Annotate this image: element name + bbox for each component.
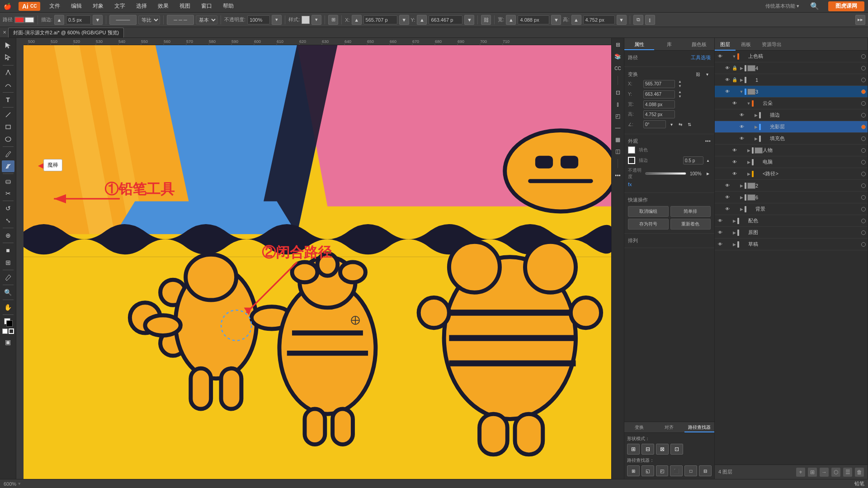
zoom-control[interactable]: 600% ▾ [4, 481, 21, 487]
rect-tool[interactable] [2, 121, 14, 133]
layer-lock[interactable] [724, 217, 731, 225]
direct-select-tool[interactable] [2, 52, 14, 64]
unite-btn[interactable]: ⊞ [627, 444, 640, 455]
stroke-color-btn[interactable] [14, 17, 24, 23]
layer-row[interactable]: 👁▶填充色 [715, 133, 868, 145]
angle-value-rp[interactable] [643, 120, 666, 128]
appearance-icon[interactable]: ◫ [613, 146, 623, 156]
menu-object[interactable]: 对象 [91, 1, 105, 11]
simplify-btn[interactable]: 简单排 [670, 206, 711, 217]
h-value-rp[interactable] [643, 110, 675, 118]
layer-row[interactable]: 👁▼云朵 [715, 98, 868, 109]
tab-assets[interactable]: 资源导出 [756, 38, 787, 51]
layer-eye[interactable]: 👁 [724, 65, 731, 72]
layer-eye[interactable]: 👁 [731, 100, 738, 107]
w-down-btn[interactable]: ▼ [551, 15, 561, 25]
x-up[interactable]: ▲ [678, 80, 682, 84]
minus-front-btn[interactable]: ⊟ [642, 444, 654, 455]
pencil-tool[interactable] [2, 160, 14, 172]
layer-row[interactable]: 👁▶描边 [715, 109, 868, 121]
y-down-btn[interactable]: ▼ [464, 15, 474, 25]
ungroup-btn[interactable]: 取消编组 [628, 206, 669, 217]
layer-row[interactable]: 👁▶光影层 [715, 121, 868, 133]
layer-expand[interactable]: ▶ [745, 159, 752, 165]
h-down-btn[interactable]: ▼ [617, 15, 627, 25]
appearance-more-icon[interactable]: ••• [705, 138, 711, 145]
stroke-up-btn[interactable]: ▲ [54, 15, 64, 25]
transform-options-btn[interactable]: ▾ [703, 70, 711, 78]
h-up-btn[interactable]: ▲ [571, 15, 581, 25]
layer-expand[interactable]: ▼ [745, 100, 752, 107]
scissors-tool[interactable]: ✂ [2, 188, 14, 199]
layer-row[interactable]: 👁▶草稿 [715, 239, 868, 250]
more-options-icon[interactable]: ••• [613, 171, 623, 181]
change-screen-mode[interactable]: ▣ [2, 336, 14, 348]
layer-eye[interactable]: 👁 [717, 53, 724, 60]
stroke-value-input[interactable] [66, 15, 91, 24]
stroke-dash-btn[interactable]: ─ ─ ─ [167, 15, 194, 25]
x-value-rp[interactable] [643, 80, 675, 88]
exclude-btn[interactable]: ⊡ [670, 444, 683, 455]
layer-lock[interactable] [745, 112, 753, 119]
stroke-swatch[interactable] [628, 157, 635, 164]
menu-help[interactable]: 帮助 [221, 1, 236, 11]
y-up[interactable]: ▲ [678, 90, 682, 94]
gradient-panel-icon[interactable]: ▦ [613, 135, 623, 145]
layer-expand[interactable]: ▶ [738, 65, 745, 71]
layer-eye[interactable]: 👁 [717, 241, 724, 248]
outline-btn[interactable]: □ [684, 465, 697, 476]
layer-row[interactable]: 👁▶背景 [715, 203, 868, 215]
layer-expand[interactable]: ▶ [753, 112, 759, 118]
h-input[interactable] [583, 15, 615, 24]
tab-color-board[interactable]: 颜色板 [684, 38, 714, 50]
stroke-indicator[interactable] [9, 328, 14, 334]
tab-library[interactable]: 库 [654, 38, 684, 50]
menu-view[interactable]: 视图 [178, 1, 192, 11]
layer-eye[interactable]: 👁 [724, 88, 731, 95]
x-up-btn[interactable]: ▲ [352, 15, 362, 25]
menu-window[interactable]: 窗口 [199, 1, 214, 11]
layer-expand[interactable]: ▶ [731, 241, 737, 248]
layer-eye[interactable]: 👁 [738, 123, 745, 131]
align-btn[interactable]: ⫿ [645, 15, 655, 25]
select-tool[interactable] [2, 40, 14, 52]
fx-label[interactable]: fx [628, 182, 632, 187]
layer-eye[interactable]: 👁 [724, 206, 731, 213]
pathfinder-icon[interactable]: ◰ [613, 111, 623, 121]
layer-eye[interactable]: 👁 [724, 194, 731, 201]
x-input[interactable] [363, 15, 397, 24]
layer-eye[interactable]: 👁 [717, 217, 724, 225]
pen-tool[interactable] [2, 67, 14, 79]
layer-lock[interactable] [724, 229, 731, 236]
layer-lock[interactable] [731, 182, 738, 189]
layer-expand[interactable]: ▶ [753, 136, 759, 142]
paintbrush-tool[interactable] [2, 148, 14, 160]
tab-pathfinder[interactable]: 路径查找器 [684, 422, 714, 432]
search-icon[interactable]: 🔍 [810, 2, 819, 10]
layer-expand[interactable]: ▶ [738, 206, 745, 212]
line-tool[interactable] [2, 109, 14, 121]
template-btn[interactable]: ⬡ [831, 468, 840, 477]
layer-lock[interactable] [724, 241, 731, 248]
layer-row[interactable]: 👁▶人物 [715, 145, 868, 156]
crop-btn[interactable]: ⬛ [670, 465, 683, 476]
tab-align[interactable]: 对齐 [654, 422, 684, 432]
canvas-viewport[interactable]: ①铅笔工具 ②闭合路径 [24, 45, 611, 479]
eyedropper-tool[interactable] [2, 272, 14, 283]
layer-row[interactable]: 👁▶6 [715, 192, 868, 203]
arrange-btn[interactable]: ⧉ [633, 15, 643, 25]
menu-text[interactable]: 文字 [113, 1, 127, 11]
reflect-y-btn[interactable]: ⇅ [686, 121, 693, 128]
layer-lock[interactable] [724, 53, 731, 60]
y-input[interactable] [429, 15, 462, 24]
layer-lock[interactable]: 🔒 [731, 65, 738, 72]
recolor-btn[interactable]: 重新着色 [670, 219, 711, 230]
menu-edit[interactable]: 编辑 [69, 1, 84, 11]
reflect-x-btn[interactable]: ⇆ [677, 121, 684, 128]
layer-lock[interactable] [731, 206, 738, 213]
stroke-down-btn[interactable]: ▼ [93, 15, 103, 25]
transform-icon[interactable]: ⊡ [613, 88, 623, 98]
eraser-tool[interactable] [2, 175, 14, 187]
rotate-tool[interactable]: ↺ [2, 202, 14, 214]
move-to-layer-btn[interactable]: → [820, 468, 829, 477]
